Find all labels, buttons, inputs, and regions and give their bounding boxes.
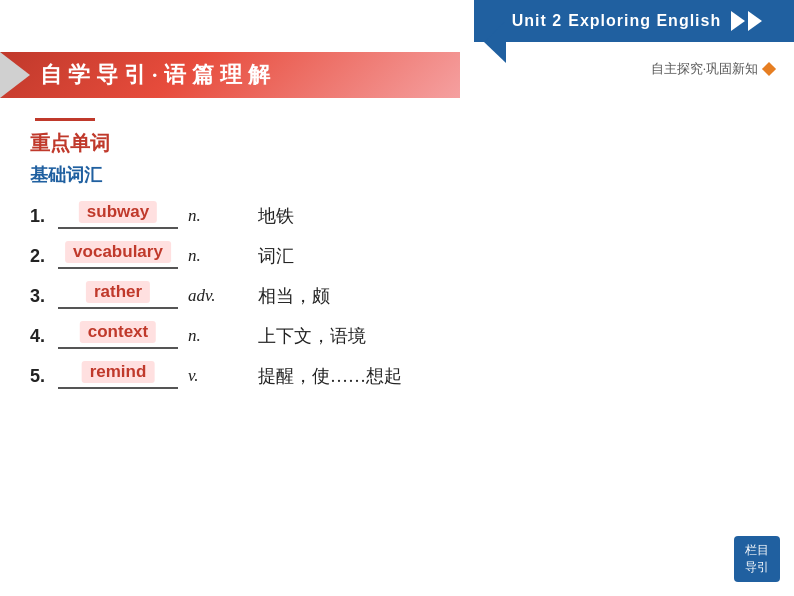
unit-header: Unit 2 Exploring English (474, 0, 794, 42)
vocab-list: 1.subwayn.地铁2.vocabularyn.词汇3.ratheradv.… (30, 203, 764, 389)
item-blank: remind (58, 363, 178, 389)
item-word: subway (79, 201, 157, 223)
underline-decoration (35, 118, 95, 121)
item-meaning: 相当，颇 (258, 284, 330, 308)
item-meaning: 上下文，语境 (258, 324, 366, 348)
item-blank: vocabulary (58, 243, 178, 269)
item-pos: adv. (188, 286, 238, 306)
subtitle-right: 自主探究·巩固新知 (651, 60, 774, 78)
btn-line2: 导引 (745, 559, 769, 576)
basic-vocab-title: 基础词汇 (30, 163, 764, 187)
item-word: context (80, 321, 156, 343)
diamond-icon (762, 62, 776, 76)
vocab-item: 3.ratheradv.相当，颇 (30, 283, 764, 309)
unit-title: Exploring English (568, 12, 721, 30)
item-number: 4. (30, 326, 58, 347)
item-word: remind (82, 361, 155, 383)
subtitle-text: 自主探究·巩固新知 (651, 60, 758, 78)
unit-label: Unit 2 (512, 12, 562, 30)
item-number: 3. (30, 286, 58, 307)
content-area: 重点单词 基础词汇 1.subwayn.地铁2.vocabularyn.词汇3.… (30, 130, 764, 403)
item-number: 1. (30, 206, 58, 227)
vocab-item: 1.subwayn.地铁 (30, 203, 764, 229)
vocab-item: 2.vocabularyn.词汇 (30, 243, 764, 269)
item-pos: n. (188, 246, 238, 266)
item-word: vocabulary (65, 241, 171, 263)
section-banner: 自学导引·语篇理解 (0, 52, 460, 98)
banner-text: 自学导引·语篇理解 (40, 60, 276, 90)
vocab-item: 5.remindv.提醒，使……想起 (30, 363, 764, 389)
item-word: rather (86, 281, 150, 303)
item-meaning: 地铁 (258, 204, 294, 228)
item-pos: v. (188, 366, 238, 386)
item-pos: n. (188, 206, 238, 226)
vocab-item: 4.contextn.上下文，语境 (30, 323, 764, 349)
item-number: 5. (30, 366, 58, 387)
item-blank: subway (58, 203, 178, 229)
item-blank: context (58, 323, 178, 349)
item-blank: rather (58, 283, 178, 309)
btn-line1: 栏目 (745, 542, 769, 559)
item-meaning: 词汇 (258, 244, 294, 268)
nav-button[interactable]: 栏目 导引 (734, 536, 780, 582)
key-words-title: 重点单词 (30, 130, 764, 157)
item-pos: n. (188, 326, 238, 346)
item-number: 2. (30, 246, 58, 267)
item-meaning: 提醒，使……想起 (258, 364, 402, 388)
